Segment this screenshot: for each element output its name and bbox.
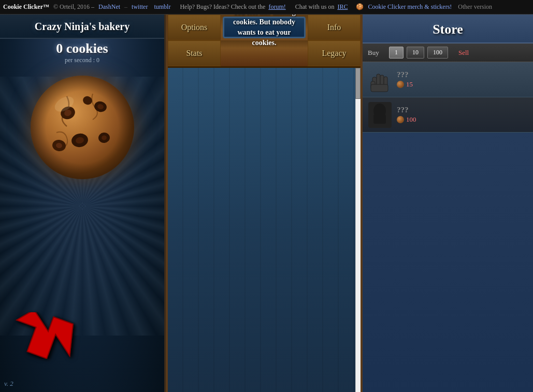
item-name-1: ??? <box>397 106 529 114</box>
main-layout: Crazy Ninja's bakery 0 cookies per secon… <box>0 14 533 392</box>
tooltip-area: You feel like making cookies. But nobody… <box>223 17 306 38</box>
svg-point-1 <box>31 76 134 179</box>
arrow-indicator <box>10 312 78 361</box>
svg-rect-22 <box>373 114 386 124</box>
topbar: Cookie Clicker™ © Orteil, 2016 – DashNet… <box>0 0 533 14</box>
svg-rect-20 <box>371 84 388 92</box>
copyright: © Orteil, 2016 – <box>53 3 94 11</box>
store-item-1: ??? 100 <box>363 97 533 133</box>
item-cost-0: 15 <box>406 80 413 89</box>
sep1: – <box>124 3 127 11</box>
buy-label: Buy <box>368 49 386 57</box>
item-icon-0 <box>367 65 393 94</box>
store-title: Store <box>363 22 533 37</box>
cursor-hand-svg <box>368 67 392 93</box>
merch-link[interactable]: Cookie Clicker merch & stickers! <box>368 3 452 11</box>
middle-nav: Options You feel like making cookies. Bu… <box>168 14 361 68</box>
merch-icon: 🍪 <box>356 3 364 11</box>
cookie-count-display: 0 cookies <box>0 41 164 56</box>
info-button[interactable]: Info <box>308 14 361 40</box>
cookie-svg <box>25 70 139 184</box>
version-text: v. 2 <box>4 380 13 388</box>
forum-link[interactable]: forum! <box>268 3 285 10</box>
chat-prefix: Chat with us on <box>295 3 335 10</box>
buy-sell-row: Buy 1 10 100 Sell <box>363 43 533 62</box>
scrollbar[interactable] <box>355 68 361 392</box>
big-cookie[interactable] <box>0 70 164 184</box>
options-button[interactable]: Options <box>168 14 221 40</box>
qty-1-button[interactable]: 1 <box>389 47 404 59</box>
dashnet-link[interactable]: DashNet <box>98 3 120 11</box>
irc-link[interactable]: IRC <box>337 3 348 10</box>
store-panel: Store Buy 1 10 100 Sell <box>363 14 533 392</box>
chat-text: Chat with us on IRC <box>295 3 348 11</box>
stats-button[interactable]: Stats <box>168 40 221 66</box>
left-panel: Crazy Ninja's bakery 0 cookies per secon… <box>0 14 166 392</box>
item-price-1: 100 <box>397 115 529 124</box>
tumblr-link[interactable]: tumblr <box>154 3 170 11</box>
store-item-0[interactable]: ??? 15 <box>363 62 533 97</box>
cookie-icon-small-1 <box>397 116 404 123</box>
cookie-count-area: 0 cookies per second : 0 <box>0 39 164 65</box>
item-info-1: ??? 100 <box>397 106 529 124</box>
scroll-thumb[interactable] <box>355 68 361 99</box>
tooltip-text: You feel like making cookies. But nobody… <box>228 14 300 48</box>
per-second-display: per second : 0 <box>0 56 164 64</box>
item-name-0: ??? <box>397 70 529 79</box>
item-price-0: 15 <box>397 80 529 89</box>
sell-label: Sell <box>458 49 477 57</box>
nav-top-row: Options You feel like making cookies. Bu… <box>168 14 361 40</box>
item-info-0: ??? 15 <box>397 70 529 89</box>
other-version[interactable]: Other version <box>458 3 492 11</box>
help-prefix: Help? Bugs? Ideas? Check out the <box>180 3 265 10</box>
middle-panel: Options You feel like making cookies. Bu… <box>166 14 363 392</box>
game-title: Cookie Clicker™ <box>3 3 49 11</box>
store-header: Store <box>363 14 533 43</box>
locked-item-svg <box>369 103 390 126</box>
middle-content-area[interactable] <box>168 68 361 392</box>
legacy-button[interactable]: Legacy <box>308 40 361 66</box>
arrow-svg <box>10 312 78 359</box>
item-cost-1: 100 <box>406 115 416 124</box>
help-text: Help? Bugs? Ideas? Check out the forum! <box>180 3 285 11</box>
svg-marker-14 <box>10 312 78 359</box>
version-label: v. 2 <box>4 380 13 387</box>
qty-10-button[interactable]: 10 <box>407 47 424 59</box>
item-icon-1 <box>367 100 393 129</box>
twitter-link[interactable]: twitter <box>132 3 148 11</box>
bakery-name-title: Crazy Ninja's bakery <box>5 21 159 33</box>
qty-100-button[interactable]: 100 <box>427 47 448 59</box>
cookie-icon-small-0 <box>397 81 404 88</box>
locked-silhouette-1 <box>368 102 392 128</box>
bakery-name-area: Crazy Ninja's bakery <box>0 14 164 39</box>
